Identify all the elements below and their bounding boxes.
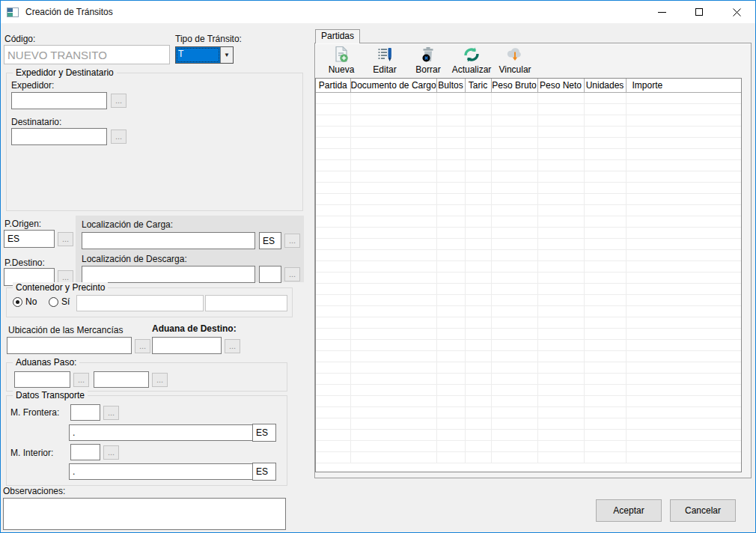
aduana-paso-1-browse-button[interactable]: ... (73, 373, 89, 387)
vincular-button[interactable]: Vincular (493, 45, 537, 76)
aduana-paso-2-input[interactable] (94, 371, 149, 388)
m-interior-code-input[interactable] (70, 444, 100, 460)
table-row[interactable] (316, 137, 742, 148)
table-row[interactable] (316, 249, 742, 261)
table-cell (350, 103, 436, 115)
column-header-2[interactable]: Bultos (436, 79, 465, 92)
table-row[interactable] (316, 227, 742, 238)
new-document-icon (332, 45, 351, 64)
table-row[interactable] (316, 238, 742, 249)
table-row[interactable] (316, 440, 742, 451)
table-row[interactable] (316, 261, 742, 272)
table-row[interactable] (316, 406, 742, 418)
table-row[interactable] (316, 373, 742, 384)
table-row[interactable] (316, 171, 742, 182)
column-header-4[interactable]: Peso Bruto (491, 79, 537, 92)
table-row[interactable] (316, 451, 742, 463)
table-row[interactable] (316, 429, 742, 440)
m-frontera-code-input[interactable] (70, 404, 100, 421)
p-origen-browse-button[interactable]: ... (58, 232, 73, 246)
loc-carga-browse-button[interactable]: ... (284, 234, 300, 248)
minimize-button[interactable] (643, 1, 680, 23)
destinatario-input[interactable] (11, 128, 107, 145)
table-row[interactable] (316, 418, 742, 429)
precinto-input[interactable] (205, 295, 287, 311)
aceptar-button[interactable]: Aceptar (596, 499, 662, 522)
contenedor-si-radio[interactable]: Sí (49, 296, 70, 307)
app-icon (7, 7, 19, 17)
m-interior-country-input[interactable] (252, 463, 276, 481)
table-row[interactable] (316, 148, 742, 159)
table-row[interactable] (316, 126, 742, 137)
column-header-6[interactable]: Unidades (584, 79, 626, 92)
table-row[interactable] (316, 92, 742, 103)
cancelar-button[interactable]: Cancelar (670, 499, 736, 522)
table-row[interactable] (316, 115, 742, 126)
table-row[interactable] (316, 339, 742, 350)
expedidor-browse-button[interactable]: ... (111, 94, 126, 108)
contenedor-input[interactable] (76, 295, 204, 311)
table-row[interactable] (316, 204, 742, 216)
table-row[interactable] (316, 159, 742, 171)
ubicacion-browse-button[interactable]: ... (135, 339, 150, 353)
table-cell (350, 159, 436, 171)
contenedor-no-radio[interactable]: No (13, 296, 37, 307)
aduana-destino-browse-button[interactable]: ... (225, 339, 240, 353)
codigo-input[interactable] (4, 45, 170, 64)
table-row[interactable] (316, 294, 742, 305)
table-cell (316, 362, 350, 373)
expedidor-input[interactable] (11, 92, 107, 109)
table-row[interactable] (316, 317, 742, 328)
table-row[interactable] (316, 182, 742, 193)
loc-descarga-browse-button[interactable]: ... (284, 267, 300, 281)
aduana-paso-1-input[interactable] (14, 371, 70, 388)
column-header-5[interactable]: Peso Neto (537, 79, 584, 92)
aduana-destino-input[interactable] (152, 337, 222, 354)
table-row[interactable] (316, 328, 742, 339)
tab-partidas[interactable]: Partidas (315, 29, 360, 43)
destinatario-browse-button[interactable]: ... (111, 130, 126, 144)
column-header-3[interactable]: Taric (465, 79, 491, 92)
table-row[interactable] (316, 216, 742, 227)
table-row[interactable] (316, 103, 742, 115)
aduana-paso-2-browse-button[interactable]: ... (152, 373, 168, 387)
column-header-0[interactable]: Partida (316, 79, 350, 92)
table-row[interactable] (316, 384, 742, 395)
table-row[interactable] (316, 283, 742, 294)
tipo-transito-select[interactable]: T ▼ (175, 46, 234, 64)
p-origen-input[interactable] (4, 230, 55, 248)
observaciones-textarea[interactable] (3, 498, 286, 530)
m-interior-desc-input[interactable] (69, 463, 254, 480)
loc-descarga-country-input[interactable] (259, 266, 281, 283)
table-cell (465, 272, 491, 283)
table-row[interactable] (316, 272, 742, 283)
m-frontera-browse-button[interactable]: ... (103, 406, 119, 420)
column-header-1[interactable]: Documento de Cargo (350, 79, 436, 92)
table-row[interactable] (316, 193, 742, 204)
table-cell (491, 328, 537, 339)
close-button[interactable] (718, 1, 755, 23)
table-row[interactable] (316, 395, 742, 406)
column-header-7[interactable]: Importe (626, 79, 742, 92)
m-frontera-desc-input[interactable] (69, 424, 254, 441)
loc-carga-input[interactable] (82, 232, 255, 249)
ubicacion-mercancias-input[interactable] (7, 337, 132, 354)
table-row[interactable] (316, 305, 742, 317)
maximize-button[interactable] (680, 1, 718, 23)
borrar-button[interactable]: Borrar (406, 45, 450, 76)
loc-descarga-input[interactable] (82, 266, 255, 283)
table-row[interactable] (316, 362, 742, 373)
chevron-down-icon[interactable]: ▼ (220, 47, 233, 63)
editar-button[interactable]: Editar (363, 45, 406, 76)
table-cell (584, 395, 626, 406)
table-cell (350, 227, 436, 238)
table-cell (465, 283, 491, 294)
loc-carga-country-input[interactable] (259, 232, 281, 249)
table-cell (465, 126, 491, 137)
nueva-button[interactable]: Nueva (320, 45, 363, 76)
actualizar-button[interactable]: Actualizar (450, 45, 493, 76)
m-interior-browse-button[interactable]: ... (103, 445, 119, 460)
m-frontera-country-input[interactable] (252, 424, 276, 442)
table-row[interactable] (316, 350, 742, 362)
table-cell (316, 137, 350, 148)
